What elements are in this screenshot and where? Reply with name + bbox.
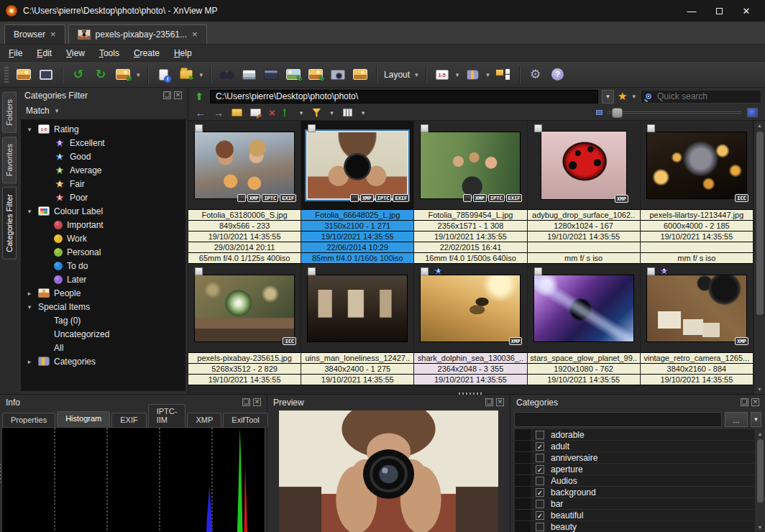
rotate-right-button[interactable]: ↻ [91, 65, 111, 85]
thumbnail-area[interactable]: ICC [641, 121, 753, 209]
photo-thumbnail[interactable]: ICC [195, 275, 294, 341]
bookmarks-caret[interactable]: ▾ [486, 71, 490, 78]
scroll-up-icon[interactable]: ▲ [755, 121, 765, 130]
category-checkbox[interactable] [536, 454, 544, 462]
open-with-button[interactable]: ➤ [176, 65, 196, 85]
thumb-checkbox[interactable] [534, 124, 542, 132]
tree-item-colour-label[interactable]: ▾Colour Label [21, 204, 185, 218]
rotate-left-button[interactable]: ↺ [68, 65, 88, 85]
layout-dropdown[interactable]: Layout [384, 70, 410, 80]
category-row-adorable[interactable]: adorable [515, 429, 754, 440]
tree-expand-arrow[interactable]: ▸ [25, 290, 34, 297]
tree-item-poor[interactable]: ★1Poor [21, 191, 185, 204]
help-button[interactable]: ? [548, 65, 568, 85]
category-checkbox[interactable] [536, 523, 544, 531]
bookmarks-button[interactable] [462, 65, 482, 85]
convert-caret[interactable]: ▾ [137, 71, 140, 78]
thumbnail-area[interactable]: XMPIPTCEXIF [188, 121, 301, 209]
category-row-background[interactable]: ✓background [515, 487, 754, 497]
menu-file[interactable]: File [9, 48, 22, 58]
info-tab-xmp[interactable]: XMP [187, 413, 221, 427]
layout-caret[interactable]: ▾ [415, 71, 418, 78]
slideshow-button[interactable] [261, 65, 281, 85]
photo-thumbnail[interactable]: ICC [647, 132, 746, 198]
thumbnail-area[interactable]: XMP [528, 121, 640, 209]
category-checkbox[interactable]: ✓ [536, 511, 544, 520]
info-tab-exiftool[interactable]: ExifTool [223, 413, 268, 427]
category-checkbox[interactable] [536, 500, 544, 508]
find-button[interactable] [216, 65, 237, 85]
grid-cell[interactable]: ICCpexels-lilartsy-1213447.jpg6000x4000 … [641, 121, 753, 264]
tree-expand-arrow[interactable]: ▾ [25, 208, 34, 215]
grid-cell[interactable]: XMPIPTCEXIFFotolia_63180006_S.jpg849x566… [188, 121, 301, 264]
thumbnail-size-slider[interactable] [607, 111, 743, 114]
sort-order-button[interactable] [283, 109, 290, 117]
pane-toggle-button[interactable] [747, 108, 758, 117]
tree-item-all[interactable]: All [21, 341, 185, 354]
sidebar-tab-categories-filter[interactable]: Categories Filter [2, 187, 17, 260]
minimize-button[interactable]: — [679, 2, 705, 19]
batch-rename-button[interactable]: ↻ [306, 65, 326, 85]
thumb-checkbox[interactable] [534, 267, 542, 275]
tree-item-good[interactable]: ★4Good [21, 150, 185, 163]
close-panel-icon[interactable]: ✕ [174, 91, 182, 99]
tree-item-tag-0-[interactable]: Tag (0) [21, 313, 185, 327]
photo-thumbnail[interactable]: XMP [421, 275, 520, 341]
filter-icon[interactable] [312, 109, 321, 117]
grid-cell[interactable]: ICCpexels-pixabay-235615.jpg5268x3512 - … [188, 264, 301, 385]
category-checkbox[interactable] [536, 431, 544, 439]
delete-button[interactable]: × [269, 107, 275, 118]
photo-thumbnail[interactable]: XMPIPTCEXIF [308, 132, 407, 198]
thumb-checkbox[interactable] [421, 124, 429, 132]
tree-item-excellent[interactable]: ★5Excellent [21, 136, 185, 150]
category-input[interactable] [514, 412, 722, 427]
menu-tools[interactable]: Tools [99, 48, 119, 58]
info-button[interactable] [154, 65, 174, 85]
zoom-out-icon[interactable] [596, 110, 603, 115]
float-panel-icon[interactable]: ❏ [242, 398, 250, 406]
thumb-checkbox[interactable] [308, 267, 316, 275]
grid-cell[interactable]: ★4XMPshark_dolphin_sea_130036_..2364x204… [414, 264, 527, 385]
tree-item-to-do[interactable]: To do [21, 259, 185, 272]
viewer-button[interactable] [36, 65, 56, 85]
thumb-checkbox[interactable] [195, 267, 203, 275]
path-dropdown-button[interactable]: ▼ [602, 90, 614, 104]
tree-item-uncategorized[interactable]: Uncategorized [21, 327, 185, 341]
menu-edit[interactable]: Edit [37, 48, 52, 58]
new-folder-button[interactable] [232, 109, 242, 116]
category-row-anniversaire[interactable]: anniversaire [515, 452, 754, 463]
info-tab-exif[interactable]: EXIF [111, 413, 146, 427]
thumbnail-area[interactable] [528, 264, 640, 352]
float-panel-icon[interactable]: ❏ [741, 398, 748, 406]
batch-convert-button[interactable]: ↻ [283, 65, 303, 85]
favorites-caret[interactable]: ▾ [632, 93, 636, 100]
category-row-beauty[interactable]: beauty [515, 521, 754, 532]
float-panel-icon[interactable]: ❏ [485, 398, 493, 406]
tab-close-icon[interactable]: × [192, 31, 198, 38]
sort-button[interactable]: 1-5 [432, 65, 452, 85]
settings-button[interactable]: ⚙ [526, 65, 546, 85]
vertical-splitter[interactable] [0, 464, 1, 482]
category-dropdown-button[interactable]: ▼ [751, 412, 761, 427]
tree-item-fair[interactable]: ★2Fair [21, 177, 185, 191]
thumbnail-area[interactable]: ★4XMP [414, 264, 526, 352]
scroll-down-icon[interactable]: ▼ [755, 385, 765, 394]
tab-close-icon[interactable]: × [50, 31, 56, 38]
photo-thumbnail[interactable]: XMP [541, 132, 626, 199]
thumb-checkbox[interactable] [308, 124, 316, 132]
print-button[interactable] [239, 65, 259, 85]
thumbnail-area[interactable]: XMPIPTCEXIF [414, 121, 526, 209]
scrollbar-thumb[interactable] [757, 439, 764, 503]
tab-browser[interactable]: Browser× [4, 24, 65, 44]
convert-button[interactable]: ⇄ [113, 65, 133, 85]
thumb-checkbox[interactable] [647, 124, 655, 132]
view-mode-button[interactable] [343, 109, 352, 116]
tree-item-people[interactable]: ▸People [21, 286, 185, 300]
compare-button[interactable] [350, 65, 370, 85]
thumb-checkbox[interactable] [421, 267, 429, 275]
match-dropdown[interactable]: Match [26, 106, 50, 116]
photo-thumbnail[interactable]: XMPIPTCEXIF [195, 132, 294, 198]
category-checkbox[interactable]: ✓ [536, 442, 544, 451]
grid-cell[interactable]: XMPIPTCEXIFFotolia_66648025_L.jpg3150x21… [301, 121, 414, 264]
tree-item-work[interactable]: Work [21, 231, 185, 245]
